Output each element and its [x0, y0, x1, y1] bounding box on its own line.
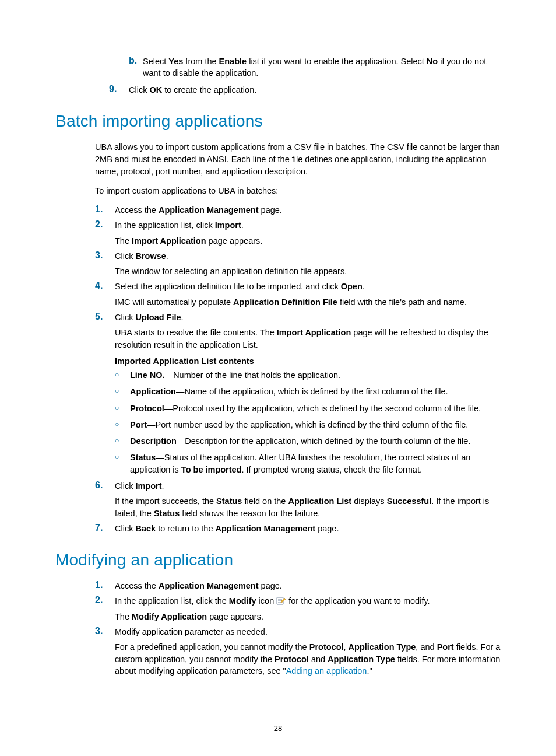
list-item-text: Click Back to return to the Application … — [115, 523, 501, 534]
list-marker: 5. — [95, 312, 115, 322]
heading-batch-importing: Batch importing applications — [55, 112, 501, 131]
list-item: 1. Access the Application Management pag… — [95, 580, 501, 592]
paragraph-intro: UBA allows you to import custom applicat… — [95, 141, 501, 178]
list-item-sub: UBA starts to resolve the file contents.… — [115, 327, 501, 351]
list-item: 4. Select the application definition fil… — [95, 281, 501, 308]
list-item: 5. Click Upload File. UBA starts to reso… — [95, 312, 501, 475]
list-marker: 2. — [95, 219, 115, 230]
list-marker: 1. — [95, 204, 115, 215]
imported-list-contents: ○ Line NO.—Number of the line that holds… — [115, 369, 501, 475]
section1-body: UBA allows you to import custom applicat… — [95, 141, 501, 197]
list-item-text: In the application list, click the Modif… — [115, 595, 501, 607]
bullet-text: Protocol—Protocol used by the applicatio… — [130, 402, 481, 414]
list-item-sub: The Modify Application page appears. — [115, 611, 501, 622]
link-adding-application[interactable]: Adding an application — [286, 666, 367, 676]
bullet-text: Description—Description for the applicat… — [130, 435, 470, 447]
list-item-text: In the application list, click Import. — [115, 219, 501, 231]
list-item: 6. Click Import. If the import succeeds,… — [95, 480, 501, 519]
heading-modifying-application: Modifying an application — [55, 551, 501, 569]
list-item-text: Click Import. — [115, 480, 501, 492]
list-item: 3. Click Browse. The window for selectin… — [95, 250, 501, 278]
section2-steps: 1. Access the Application Management pag… — [95, 580, 501, 677]
list-item: 2. In the application list, click Import… — [95, 219, 501, 247]
list-item-text: Click Browse. — [115, 250, 501, 262]
bullet-item: ○ Protocol—Protocol used by the applicat… — [115, 402, 501, 414]
document-page: b. Select Yes from the Enable list if yo… — [0, 0, 556, 756]
bullet-marker: ○ — [115, 369, 130, 380]
bullet-text: Status—Status of the application. After … — [130, 452, 501, 475]
list-item-text: Select the application definition file t… — [115, 281, 501, 292]
list-item: 2. In the application list, click the Mo… — [95, 595, 501, 622]
list-item-sub: If the import succeeds, the Status field… — [115, 495, 501, 519]
list-item: 1. Access the Application Management pag… — [95, 204, 501, 216]
modify-icon — [276, 596, 286, 606]
page-number: 28 — [0, 724, 556, 733]
numbered-list-cont: 9. Click OK to create the application. — [109, 84, 501, 96]
bullet-marker: ○ — [115, 402, 130, 414]
list-marker: 4. — [95, 281, 115, 291]
list-item-sub: The Import Application page appears. — [115, 235, 501, 247]
bullet-marker: ○ — [115, 452, 130, 463]
list-item-text: Access the Application Management page. — [115, 580, 501, 592]
list-subheading: Imported Application List contents — [115, 356, 501, 366]
section1-steps: 1. Access the Application Management pag… — [95, 204, 501, 534]
bullet-text: Port—Port number used by the application… — [130, 419, 468, 430]
sub-list-alpha: b. Select Yes from the Enable list if yo… — [129, 55, 501, 79]
bullet-item: ○ Port—Port number used by the applicati… — [115, 419, 501, 430]
list-item: 7. Click Back to return to the Applicati… — [95, 523, 501, 534]
list-marker: 3. — [95, 626, 115, 636]
list-item-b: b. Select Yes from the Enable list if yo… — [129, 55, 501, 79]
paragraph-lead: To import custom applications to UBA in … — [95, 185, 501, 197]
bullet-marker: ○ — [115, 419, 130, 430]
bullet-marker: ○ — [115, 386, 130, 397]
list-item-text: Click OK to create the application. — [129, 84, 501, 96]
list-marker: 2. — [95, 595, 115, 606]
list-item-text: Access the Application Management page. — [115, 204, 501, 216]
list-item-9: 9. Click OK to create the application. — [109, 84, 501, 96]
bullet-text: Application—Name of the application, whi… — [130, 386, 448, 397]
bullet-marker: ○ — [115, 435, 130, 446]
bullet-item: ○ Line NO.—Number of the line that holds… — [115, 369, 501, 381]
list-item-text: Modify application parameter as needed. — [115, 626, 501, 638]
list-item-text: Click Upload File. — [115, 312, 501, 323]
bullet-item: ○ Application—Name of the application, w… — [115, 386, 501, 397]
list-item-sub: For a predefined application, you cannot… — [115, 641, 501, 677]
bullet-text: Line NO.—Number of the line that holds t… — [130, 369, 340, 381]
list-item-text: Select Yes from the Enable list if you w… — [143, 55, 501, 79]
bullet-item: ○ Description—Description for the applic… — [115, 435, 501, 447]
list-marker: 3. — [95, 250, 115, 261]
list-marker: b. — [129, 55, 143, 79]
list-marker: 7. — [95, 523, 115, 533]
list-item-sub: The window for selecting an application … — [115, 265, 501, 277]
list-item-sub: IMC will automatically populate Applicat… — [115, 296, 501, 308]
list-marker: 9. — [109, 84, 129, 94]
bullet-item: ○ Status—Status of the application. Afte… — [115, 452, 501, 475]
list-item: 3. Modify application parameter as neede… — [95, 626, 501, 677]
list-marker: 1. — [95, 580, 115, 590]
list-marker: 6. — [95, 480, 115, 491]
